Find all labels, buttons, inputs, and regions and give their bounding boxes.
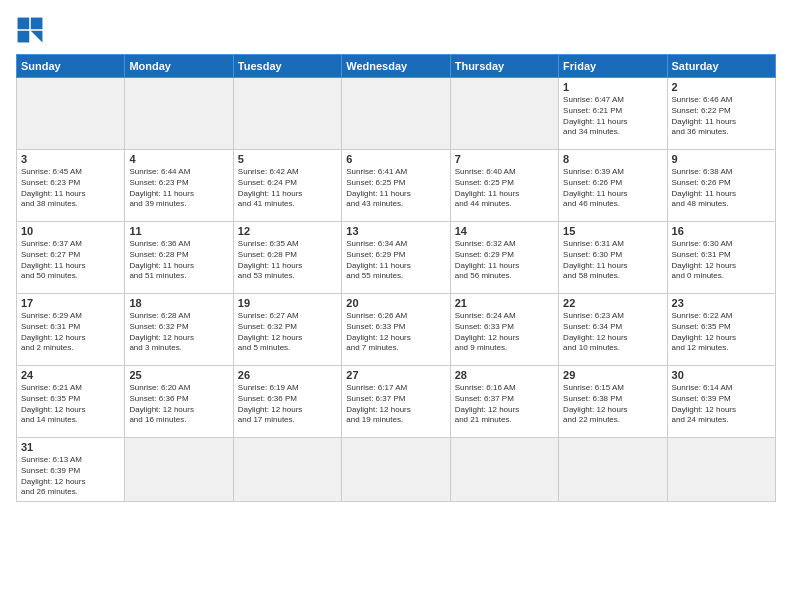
logo-icon (16, 16, 44, 44)
calendar-cell: 17Sunrise: 6:29 AM Sunset: 6:31 PM Dayli… (17, 294, 125, 366)
day-info: Sunrise: 6:22 AM Sunset: 6:35 PM Dayligh… (672, 311, 771, 354)
calendar-cell (342, 438, 450, 502)
weekday-header-wednesday: Wednesday (342, 55, 450, 78)
day-number: 23 (672, 297, 771, 309)
day-number: 11 (129, 225, 228, 237)
calendar-cell: 25Sunrise: 6:20 AM Sunset: 6:36 PM Dayli… (125, 366, 233, 438)
week-row-5: 31Sunrise: 6:13 AM Sunset: 6:39 PM Dayli… (17, 438, 776, 502)
day-number: 2 (672, 81, 771, 93)
calendar-cell: 8Sunrise: 6:39 AM Sunset: 6:26 PM Daylig… (559, 150, 667, 222)
day-number: 13 (346, 225, 445, 237)
calendar-cell (342, 78, 450, 150)
calendar-cell: 29Sunrise: 6:15 AM Sunset: 6:38 PM Dayli… (559, 366, 667, 438)
day-info: Sunrise: 6:14 AM Sunset: 6:39 PM Dayligh… (672, 383, 771, 426)
calendar-cell (450, 78, 558, 150)
svg-rect-1 (31, 18, 43, 30)
calendar-cell (233, 78, 341, 150)
day-info: Sunrise: 6:35 AM Sunset: 6:28 PM Dayligh… (238, 239, 337, 282)
calendar-cell: 22Sunrise: 6:23 AM Sunset: 6:34 PM Dayli… (559, 294, 667, 366)
calendar-cell: 13Sunrise: 6:34 AM Sunset: 6:29 PM Dayli… (342, 222, 450, 294)
day-info: Sunrise: 6:45 AM Sunset: 6:23 PM Dayligh… (21, 167, 120, 210)
day-info: Sunrise: 6:17 AM Sunset: 6:37 PM Dayligh… (346, 383, 445, 426)
day-info: Sunrise: 6:29 AM Sunset: 6:31 PM Dayligh… (21, 311, 120, 354)
day-info: Sunrise: 6:46 AM Sunset: 6:22 PM Dayligh… (672, 95, 771, 138)
calendar-cell (125, 78, 233, 150)
week-row-4: 24Sunrise: 6:21 AM Sunset: 6:35 PM Dayli… (17, 366, 776, 438)
day-info: Sunrise: 6:42 AM Sunset: 6:24 PM Dayligh… (238, 167, 337, 210)
svg-rect-0 (18, 18, 30, 30)
weekday-header-tuesday: Tuesday (233, 55, 341, 78)
week-row-1: 3Sunrise: 6:45 AM Sunset: 6:23 PM Daylig… (17, 150, 776, 222)
day-info: Sunrise: 6:28 AM Sunset: 6:32 PM Dayligh… (129, 311, 228, 354)
day-number: 5 (238, 153, 337, 165)
week-row-3: 17Sunrise: 6:29 AM Sunset: 6:31 PM Dayli… (17, 294, 776, 366)
calendar-cell: 21Sunrise: 6:24 AM Sunset: 6:33 PM Dayli… (450, 294, 558, 366)
day-number: 21 (455, 297, 554, 309)
day-info: Sunrise: 6:13 AM Sunset: 6:39 PM Dayligh… (21, 455, 120, 498)
week-row-0: 1Sunrise: 6:47 AM Sunset: 6:21 PM Daylig… (17, 78, 776, 150)
weekday-header-saturday: Saturday (667, 55, 775, 78)
day-info: Sunrise: 6:21 AM Sunset: 6:35 PM Dayligh… (21, 383, 120, 426)
logo (16, 16, 48, 44)
day-info: Sunrise: 6:37 AM Sunset: 6:27 PM Dayligh… (21, 239, 120, 282)
day-info: Sunrise: 6:41 AM Sunset: 6:25 PM Dayligh… (346, 167, 445, 210)
svg-marker-3 (31, 31, 43, 43)
calendar-cell: 30Sunrise: 6:14 AM Sunset: 6:39 PM Dayli… (667, 366, 775, 438)
day-number: 3 (21, 153, 120, 165)
calendar-cell: 4Sunrise: 6:44 AM Sunset: 6:23 PM Daylig… (125, 150, 233, 222)
day-number: 14 (455, 225, 554, 237)
calendar-cell: 23Sunrise: 6:22 AM Sunset: 6:35 PM Dayli… (667, 294, 775, 366)
calendar-cell: 27Sunrise: 6:17 AM Sunset: 6:37 PM Dayli… (342, 366, 450, 438)
day-number: 17 (21, 297, 120, 309)
calendar-cell: 18Sunrise: 6:28 AM Sunset: 6:32 PM Dayli… (125, 294, 233, 366)
day-number: 26 (238, 369, 337, 381)
day-number: 6 (346, 153, 445, 165)
calendar-cell (125, 438, 233, 502)
day-info: Sunrise: 6:24 AM Sunset: 6:33 PM Dayligh… (455, 311, 554, 354)
day-number: 4 (129, 153, 228, 165)
day-info: Sunrise: 6:16 AM Sunset: 6:37 PM Dayligh… (455, 383, 554, 426)
weekday-header-friday: Friday (559, 55, 667, 78)
weekday-header-sunday: Sunday (17, 55, 125, 78)
day-number: 9 (672, 153, 771, 165)
day-number: 19 (238, 297, 337, 309)
day-number: 8 (563, 153, 662, 165)
day-number: 16 (672, 225, 771, 237)
calendar-cell: 20Sunrise: 6:26 AM Sunset: 6:33 PM Dayli… (342, 294, 450, 366)
day-info: Sunrise: 6:15 AM Sunset: 6:38 PM Dayligh… (563, 383, 662, 426)
day-info: Sunrise: 6:40 AM Sunset: 6:25 PM Dayligh… (455, 167, 554, 210)
calendar-cell: 31Sunrise: 6:13 AM Sunset: 6:39 PM Dayli… (17, 438, 125, 502)
day-info: Sunrise: 6:31 AM Sunset: 6:30 PM Dayligh… (563, 239, 662, 282)
day-info: Sunrise: 6:26 AM Sunset: 6:33 PM Dayligh… (346, 311, 445, 354)
day-number: 27 (346, 369, 445, 381)
calendar-cell (450, 438, 558, 502)
day-info: Sunrise: 6:34 AM Sunset: 6:29 PM Dayligh… (346, 239, 445, 282)
calendar-cell: 26Sunrise: 6:19 AM Sunset: 6:36 PM Dayli… (233, 366, 341, 438)
calendar-table: SundayMondayTuesdayWednesdayThursdayFrid… (16, 54, 776, 502)
svg-rect-2 (18, 31, 30, 43)
day-number: 22 (563, 297, 662, 309)
calendar-cell: 9Sunrise: 6:38 AM Sunset: 6:26 PM Daylig… (667, 150, 775, 222)
day-number: 12 (238, 225, 337, 237)
weekday-header-thursday: Thursday (450, 55, 558, 78)
day-info: Sunrise: 6:30 AM Sunset: 6:31 PM Dayligh… (672, 239, 771, 282)
day-info: Sunrise: 6:39 AM Sunset: 6:26 PM Dayligh… (563, 167, 662, 210)
day-number: 30 (672, 369, 771, 381)
day-number: 28 (455, 369, 554, 381)
day-number: 10 (21, 225, 120, 237)
day-info: Sunrise: 6:38 AM Sunset: 6:26 PM Dayligh… (672, 167, 771, 210)
calendar-cell: 1Sunrise: 6:47 AM Sunset: 6:21 PM Daylig… (559, 78, 667, 150)
day-number: 29 (563, 369, 662, 381)
day-number: 18 (129, 297, 228, 309)
calendar-cell: 10Sunrise: 6:37 AM Sunset: 6:27 PM Dayli… (17, 222, 125, 294)
calendar-cell: 11Sunrise: 6:36 AM Sunset: 6:28 PM Dayli… (125, 222, 233, 294)
calendar-cell: 12Sunrise: 6:35 AM Sunset: 6:28 PM Dayli… (233, 222, 341, 294)
calendar-cell: 5Sunrise: 6:42 AM Sunset: 6:24 PM Daylig… (233, 150, 341, 222)
calendar-cell: 16Sunrise: 6:30 AM Sunset: 6:31 PM Dayli… (667, 222, 775, 294)
calendar-cell: 19Sunrise: 6:27 AM Sunset: 6:32 PM Dayli… (233, 294, 341, 366)
calendar-cell: 7Sunrise: 6:40 AM Sunset: 6:25 PM Daylig… (450, 150, 558, 222)
calendar-cell: 3Sunrise: 6:45 AM Sunset: 6:23 PM Daylig… (17, 150, 125, 222)
week-row-2: 10Sunrise: 6:37 AM Sunset: 6:27 PM Dayli… (17, 222, 776, 294)
day-number: 1 (563, 81, 662, 93)
calendar-cell: 14Sunrise: 6:32 AM Sunset: 6:29 PM Dayli… (450, 222, 558, 294)
